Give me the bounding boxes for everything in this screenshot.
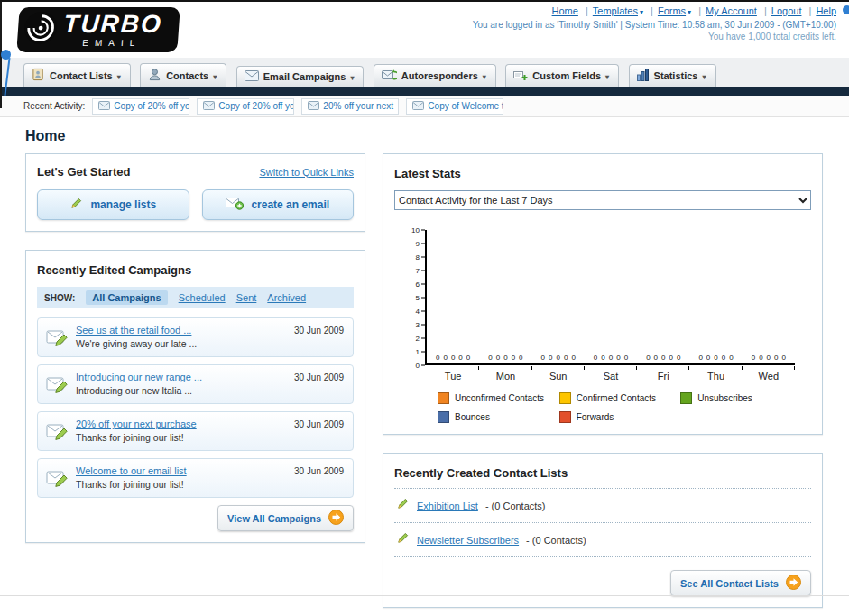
legend-item: Bounces — [438, 411, 559, 423]
campaign-list-item[interactable]: Welcome to our email list Thanks for joi… — [37, 458, 354, 498]
recent-activity-text: Copy of Welcome to — [428, 101, 503, 111]
chart-groups: 00000Tue00000Mon00000Sun00000Sat00000Fri… — [427, 230, 795, 363]
contact-list-detail: - (0 Contacts) — [485, 501, 546, 511]
recent-contact-lists-panel: Recently Created Contact Lists Exhibitio… — [383, 453, 823, 608]
legend-item: Unconfirmed Contacts — [438, 392, 559, 404]
right-column: Latest Stats Contact Activity for the La… — [383, 153, 823, 616]
campaign-date: 30 Jun 2009 — [294, 466, 344, 476]
left-column: Let's Get Started Switch to Quick Links … — [25, 153, 365, 561]
top-link-forms[interactable]: Forms — [658, 5, 686, 16]
nav-tab-contact-lists[interactable]: Contact Lists — [23, 63, 131, 87]
recent-activity-text: 20% off your next — [323, 101, 393, 111]
legend-item: Confirmed Contacts — [559, 392, 681, 404]
envelope-pencil-icon — [46, 373, 69, 397]
campaign-title-link[interactable]: See us at the retail food ... — [76, 325, 281, 336]
view-all-campaigns-label: View All Campaigns — [227, 513, 321, 524]
legend-swatch — [438, 411, 449, 423]
custom-fields-icon — [513, 69, 528, 83]
arrow-circle-icon — [786, 575, 801, 592]
top-link-my-account[interactable]: My Account — [706, 5, 757, 16]
page-title: Home — [25, 128, 849, 144]
latest-stats-panel: Latest Stats Contact Activity for the La… — [383, 153, 823, 435]
see-all-contact-lists-label: See All Contact Lists — [680, 578, 779, 589]
get-started-panel: Let's Get Started Switch to Quick Links … — [25, 153, 365, 232]
recent-activity-bar: Recent Activity: Copy of 20% off yo Copy… — [0, 96, 849, 117]
campaign-date: 30 Jun 2009 — [294, 419, 344, 429]
recent-activity-item[interactable]: Copy of Welcome to — [406, 98, 503, 115]
contact-list-name-link[interactable]: Newsletter Subscribers — [417, 535, 519, 546]
tab-sent[interactable]: Sent — [236, 292, 257, 303]
nav-tab-email-campaigns[interactable]: Email Campaigns — [236, 66, 365, 87]
legend-swatch — [559, 392, 571, 404]
chart-y-axis: 109876543210 — [400, 230, 425, 365]
chart-legend: Unconfirmed ContactsConfirmed ContactsUn… — [400, 392, 806, 423]
chart-bar-group: 00000Sun — [532, 230, 585, 363]
recent-activity-item[interactable]: Copy of 20% off yo — [197, 98, 294, 115]
tab-archived[interactable]: Archived — [267, 292, 306, 303]
campaigns-filter-bar: SHOW: All Campaigns Scheduled Sent Archi… — [37, 287, 354, 308]
campaign-subtitle: Thanks for joining our list! — [76, 432, 281, 443]
see-all-contact-lists-button[interactable]: See All Contact Lists — [670, 570, 811, 596]
contact-activity-chart: 109876543210 00000Tue00000Mon00000Sun000… — [394, 225, 811, 423]
campaign-title-link[interactable]: Welcome to our email list — [76, 465, 281, 476]
campaign-list-item[interactable]: Introducing our new range ... Introducin… — [37, 364, 354, 404]
footer-divider — [0, 595, 849, 596]
envelope-icon — [308, 101, 319, 112]
nav-tab-statistics[interactable]: Statistics — [629, 64, 716, 87]
contact-lists-icon — [32, 68, 45, 83]
chevron-down-icon — [702, 70, 706, 81]
campaign-date: 30 Jun 2009 — [294, 372, 344, 382]
contacts-icon — [148, 68, 161, 83]
recent-activity-item[interactable]: 20% off your next — [301, 98, 399, 115]
chevron-down-icon — [483, 70, 486, 81]
recent-activity-text: Copy of 20% off yo — [114, 101, 189, 111]
chevron-down-icon — [117, 70, 121, 81]
envelope-icon — [412, 101, 424, 112]
show-label: SHOW: — [44, 293, 75, 303]
app-window: TURBO EMAIL Home Templates Forms My Acco… — [0, 0, 849, 616]
campaign-list-item[interactable]: 20% off your next purchase Thanks for jo… — [37, 411, 354, 451]
tab-all-campaigns[interactable]: All Campaigns — [86, 290, 167, 305]
recent-activity-item[interactable]: Copy of 20% off yo — [92, 98, 189, 115]
arrow-circle-icon — [328, 510, 344, 527]
recent-activity-label: Recent Activity: — [23, 101, 85, 111]
nav-tab-contacts[interactable]: Contacts — [140, 63, 226, 87]
recent-campaigns-panel: Recently Edited Campaigns SHOW: All Camp… — [25, 250, 365, 543]
create-email-button[interactable]: create an email — [202, 189, 355, 220]
switch-quick-links-link[interactable]: Switch to Quick Links — [259, 167, 354, 178]
envelope-pencil-icon — [46, 467, 69, 491]
manage-lists-button[interactable]: manage lists — [37, 189, 189, 220]
top-link-home[interactable]: Home — [552, 5, 578, 16]
top-link-templates[interactable]: Templates — [593, 5, 638, 16]
legend-swatch — [680, 392, 692, 404]
tab-scheduled[interactable]: Scheduled — [179, 292, 226, 303]
nav-tab-label: Contacts — [166, 70, 208, 81]
campaign-title-link[interactable]: 20% off your next purchase — [76, 418, 281, 429]
pencil-icon — [69, 197, 83, 213]
envelope-icon — [98, 101, 110, 112]
main-content: Let's Get Started Switch to Quick Links … — [0, 153, 849, 616]
contact-list-detail: - (0 Contacts) — [526, 535, 586, 546]
view-all-campaigns-button[interactable]: View All Campaigns — [217, 505, 354, 531]
top-link-logout[interactable]: Logout — [771, 5, 802, 16]
campaign-list-item[interactable]: See us at the retail food ... We're givi… — [37, 317, 354, 357]
campaign-title-link[interactable]: Introducing our new range ... — [76, 372, 281, 382]
legend-item: Unsubscribes — [680, 392, 802, 404]
login-status: You are logged in as 'Timothy Smith' | S… — [473, 20, 836, 30]
contact-list-name-link[interactable]: Exhibition List — [417, 501, 478, 511]
logo-swirl-icon — [23, 11, 60, 49]
logo-text-secondary: EMAIL — [62, 39, 161, 48]
legend-item: Forwards — [559, 411, 681, 423]
create-email-label: create an email — [251, 198, 329, 211]
logo-text-primary: TURBO — [62, 12, 163, 37]
campaign-list: See us at the retail food ... We're givi… — [37, 317, 354, 498]
top-link-help[interactable]: Help — [816, 5, 836, 16]
contact-list-item[interactable]: Exhibition List - (0 Contacts) — [394, 489, 811, 523]
nav-tab-custom-fields[interactable]: Custom Fields — [505, 64, 619, 87]
contact-list-item[interactable]: Newsletter Subscribers - (0 Contacts) — [394, 523, 811, 557]
nav-tab-autoresponders[interactable]: Autoresponders — [374, 64, 496, 87]
stats-period-select[interactable]: Contact Activity for the Last 7 Days — [394, 190, 811, 210]
legend-swatch — [438, 392, 449, 404]
top-nav: Home Templates Forms My Account Logout H… — [473, 5, 836, 16]
chart-bar-group: 00000Fri — [637, 230, 689, 363]
